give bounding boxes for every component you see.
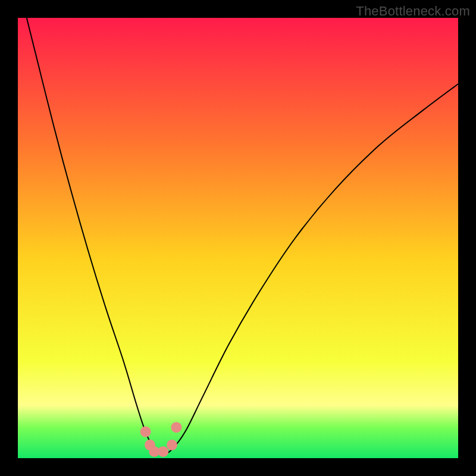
curve-marker <box>158 446 168 457</box>
chart-svg <box>18 18 458 458</box>
curve-marker <box>167 440 177 450</box>
plot-area <box>18 18 458 458</box>
attribution-label: TheBottleneck.com <box>356 4 470 19</box>
chart-frame: TheBottleneck.com <box>0 0 476 476</box>
curve-marker <box>171 422 181 433</box>
curve-marker <box>140 427 151 437</box>
